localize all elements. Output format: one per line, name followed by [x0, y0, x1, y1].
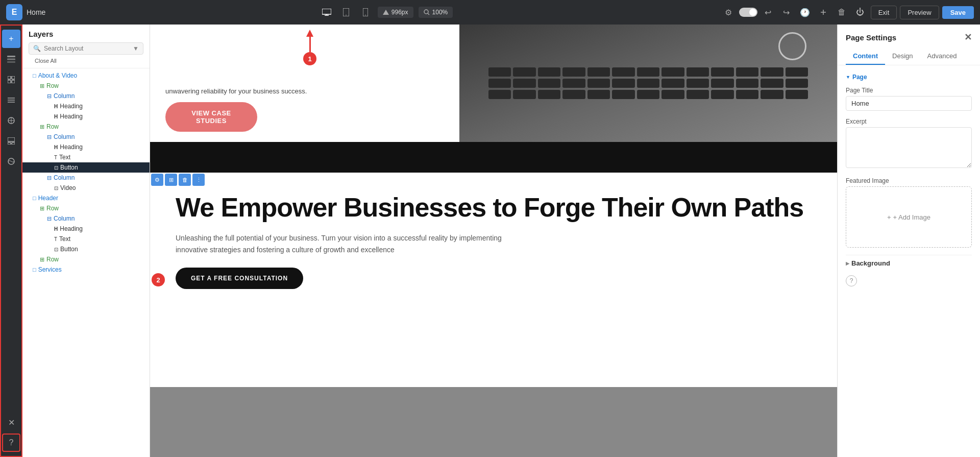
save-button[interactable]: Save [942, 6, 974, 19]
row-duplicate-btn[interactable]: ⊞ [165, 174, 177, 186]
excerpt-label: Excerpt [846, 118, 972, 125]
layer-row-2[interactable]: ⊞ Row [22, 122, 150, 132]
svg-rect-17 [12, 80, 15, 83]
layers-header: Layers 🔍 ▼ Close All [22, 25, 150, 68]
tools-btn[interactable]: ✕ [2, 413, 20, 431]
search-input[interactable] [44, 45, 130, 52]
layer-header-1[interactable]: □ Header [22, 193, 150, 203]
device-mobile-btn[interactable] [358, 5, 373, 19]
layer-services-1[interactable]: □ Services [22, 264, 150, 275]
layer-heading-4[interactable]: H Heading [22, 224, 150, 234]
layer-text-2[interactable]: T Text [22, 234, 150, 244]
column-icon-4: ⊟ [47, 215, 52, 222]
layer-button-2[interactable]: ⊡ Button [22, 244, 150, 254]
empower-heading: We Empower Businesses to Forge Their Own… [176, 193, 812, 222]
page-section-label: Page [846, 74, 972, 81]
right-panel-header: Page Settings ✕ Content Design Advanced [838, 25, 980, 65]
exit-button[interactable]: Exit [871, 6, 897, 19]
layer-column-1[interactable]: ⊟ Column [22, 91, 150, 101]
undo-icon[interactable]: ↩ [761, 5, 776, 20]
add-element-btn[interactable]: + [2, 30, 20, 48]
featured-image-upload[interactable]: + + Add Image [846, 186, 972, 248]
templates-btn[interactable] [2, 132, 20, 150]
add-image-icon: + [887, 213, 891, 221]
row-icon-3: ⊞ [40, 205, 44, 212]
featured-image-field-group: Featured Image + + Add Image [846, 177, 972, 248]
tab-advanced[interactable]: Advanced [920, 48, 964, 65]
layer-heading-3[interactable]: H Heading [22, 142, 150, 152]
services-icon: □ [33, 267, 36, 273]
featured-image-label: Featured Image [846, 177, 972, 184]
background-section[interactable]: Background [846, 255, 972, 271]
tab-content[interactable]: Content [846, 48, 885, 65]
row-icon-4: ⊞ [40, 256, 44, 263]
layer-video-1[interactable]: ⊡ Video [22, 183, 150, 193]
svg-rect-16 [8, 80, 11, 83]
svg-rect-12 [7, 59, 15, 60]
svg-rect-13 [7, 61, 15, 63]
layer-column-3[interactable]: ⊟ Column [22, 173, 150, 183]
video-icon: ⊡ [54, 185, 58, 191]
app-logo[interactable]: E [6, 4, 22, 20]
row-toolbar: ⚙ ⊞ 🗑 ⋮ [151, 174, 205, 186]
redo-icon[interactable]: ↪ [779, 5, 794, 20]
delete-icon[interactable]: 🗑 [834, 5, 849, 20]
heading-icon-3: H [54, 145, 58, 150]
device-tablet-btn[interactable] [339, 5, 353, 19]
layer-row-1[interactable]: ⊞ Row [22, 81, 150, 91]
layer-heading-2[interactable]: H Heading [22, 111, 150, 122]
row-more-btn[interactable]: ⋮ [192, 174, 205, 186]
help-button[interactable]: ? [846, 275, 857, 286]
consultation-button[interactable]: GET A FREE CONSULTATION [176, 268, 303, 289]
settings-icon[interactable]: ⚙ [721, 5, 736, 20]
row-icon-2: ⊞ [40, 124, 44, 130]
hero-text: unwavering reliability for your business… [165, 86, 444, 97]
device-desktop-btn[interactable] [320, 5, 334, 19]
navigator-btn[interactable] [2, 70, 20, 89]
viewport-selector[interactable]: 996px [378, 7, 413, 18]
excerpt-input[interactable] [846, 127, 972, 168]
close-all-button[interactable]: Close All [29, 57, 143, 65]
layer-column-2[interactable]: ⊟ Column [22, 132, 150, 142]
page-title-input[interactable] [846, 96, 972, 111]
preview-button[interactable]: Preview [900, 6, 939, 19]
layer-row-4[interactable]: ⊞ Row [22, 254, 150, 264]
layer-text-1[interactable]: T Text [22, 152, 150, 162]
heading-icon-2: H [54, 114, 58, 119]
tab-design[interactable]: Design [885, 48, 920, 65]
view-case-studies-button[interactable]: VIEW CASESTUDIES [165, 102, 257, 132]
layer-row-3[interactable]: ⊞ Row [22, 203, 150, 213]
row-icon: ⊞ [40, 83, 44, 89]
layer-heading-1[interactable]: H Heading [22, 101, 150, 111]
annotation-2: 2 [150, 273, 165, 286]
responsive-icon[interactable] [816, 5, 831, 20]
power-icon[interactable]: ⏻ [852, 5, 868, 20]
row-settings-btn[interactable]: ⚙ [151, 174, 163, 186]
empower-section: ⚙ ⊞ 🗑 ⋮ 2 We Empower Businesses to Forge… [150, 173, 837, 387]
empower-subtext: Unleashing the full potential of your bu… [176, 232, 533, 255]
sidebar-icons: + ✕ ? [0, 25, 22, 457]
right-panel-body: Page Page Title Excerpt Featured Image +… [838, 65, 980, 457]
svg-rect-11 [7, 56, 15, 57]
main-layout: + ✕ ? Layers 🔍 ▼ C [0, 25, 980, 457]
layer-about-video[interactable]: □ About & Video [22, 70, 150, 81]
history-icon[interactable]: 🕐 [797, 5, 813, 20]
layer-column-4[interactable]: ⊟ Column [22, 213, 150, 224]
close-panel-button[interactable]: ✕ [964, 32, 972, 43]
theme-toggle[interactable] [739, 8, 757, 17]
filter-icon[interactable]: ▼ [133, 45, 139, 52]
svg-rect-26 [12, 142, 15, 145]
menu-btn[interactable] [2, 91, 20, 109]
widget-btn[interactable] [2, 111, 20, 130]
layer-button-1[interactable]: ⊡ Button [22, 162, 150, 173]
text-icon-1: T [54, 155, 57, 160]
site-btn[interactable] [2, 152, 20, 171]
zoom-selector[interactable]: 100% [419, 7, 453, 18]
header-icon: □ [33, 195, 36, 201]
svg-rect-14 [8, 76, 11, 79]
row-delete-btn[interactable]: 🗑 [179, 174, 191, 186]
help-btn[interactable]: ? [2, 434, 20, 452]
hero-right-image [459, 25, 837, 142]
column-icon-3: ⊟ [47, 175, 52, 181]
layers-btn[interactable] [2, 50, 20, 68]
